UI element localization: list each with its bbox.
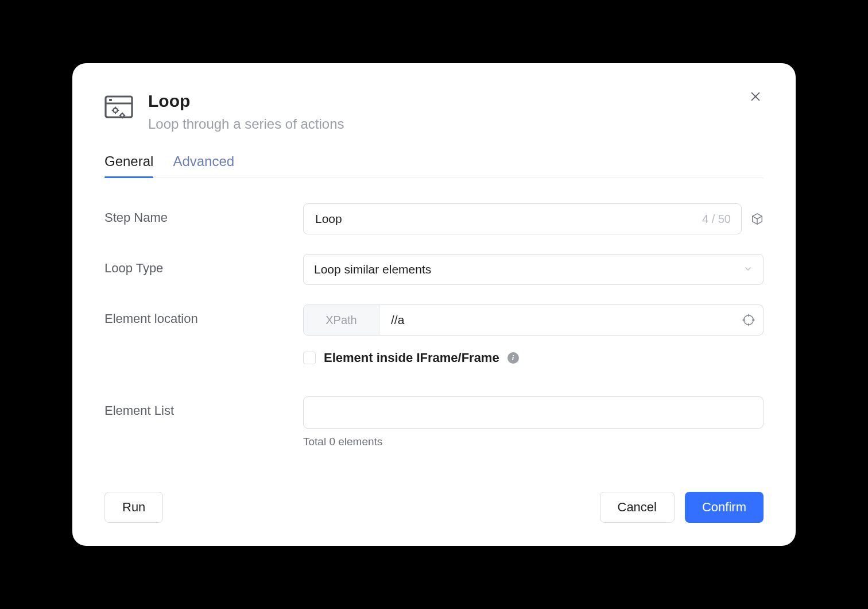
tab-advanced[interactable]: Advanced — [173, 153, 234, 178]
tabs: General Advanced — [104, 153, 764, 178]
step-name-char-count: 4 / 50 — [702, 213, 731, 226]
svg-rect-4 — [109, 99, 112, 101]
modal-footer: Run Cancel Confirm — [104, 492, 764, 523]
label-element-location: Element location — [104, 304, 292, 326]
close-icon — [749, 90, 762, 103]
loop-type-select[interactable]: Loop similar elements — [303, 254, 764, 285]
cancel-button[interactable]: Cancel — [600, 492, 675, 523]
label-loop-type: Loop Type — [104, 254, 292, 276]
row-element-location: Element location XPath — [104, 304, 764, 336]
target-icon[interactable] — [742, 314, 755, 326]
cube-icon[interactable] — [751, 213, 764, 225]
label-step-name: Step Name — [104, 203, 292, 225]
form-body: Step Name 4 / 50 Loop Type — [104, 203, 764, 448]
xpath-prefix[interactable]: XPath — [304, 305, 379, 335]
close-button[interactable] — [747, 88, 764, 105]
loop-modal: Loop Loop through a series of actions Ge… — [72, 63, 796, 546]
step-name-input-wrap: 4 / 50 — [303, 203, 742, 234]
label-element-list: Element List — [104, 396, 292, 418]
info-icon[interactable]: i — [507, 352, 519, 364]
loop-icon — [104, 94, 133, 122]
loop-type-value: Loop similar elements — [314, 263, 431, 276]
element-list-helper: Total 0 elements — [303, 435, 764, 448]
row-step-name: Step Name 4 / 50 — [104, 203, 764, 234]
step-name-input[interactable] — [314, 211, 696, 226]
iframe-checkbox-label: Element inside IFrame/Frame — [324, 350, 499, 365]
confirm-button[interactable]: Confirm — [685, 492, 764, 523]
element-location-wrap: XPath — [303, 304, 764, 336]
modal-subtitle: Loop through a series of actions — [148, 115, 764, 133]
element-location-input[interactable] — [390, 313, 737, 327]
modal-header: Loop Loop through a series of actions — [104, 91, 764, 133]
modal-title: Loop — [148, 91, 764, 111]
run-button[interactable]: Run — [104, 492, 163, 523]
row-iframe-checkbox: Element inside IFrame/Frame i — [303, 350, 764, 365]
tab-general[interactable]: General — [104, 153, 153, 178]
element-list-input[interactable] — [303, 396, 764, 429]
iframe-checkbox[interactable] — [303, 352, 316, 364]
row-element-list: Element List — [104, 396, 764, 429]
row-loop-type: Loop Type Loop similar elements — [104, 254, 764, 285]
chevron-down-icon — [743, 263, 753, 276]
